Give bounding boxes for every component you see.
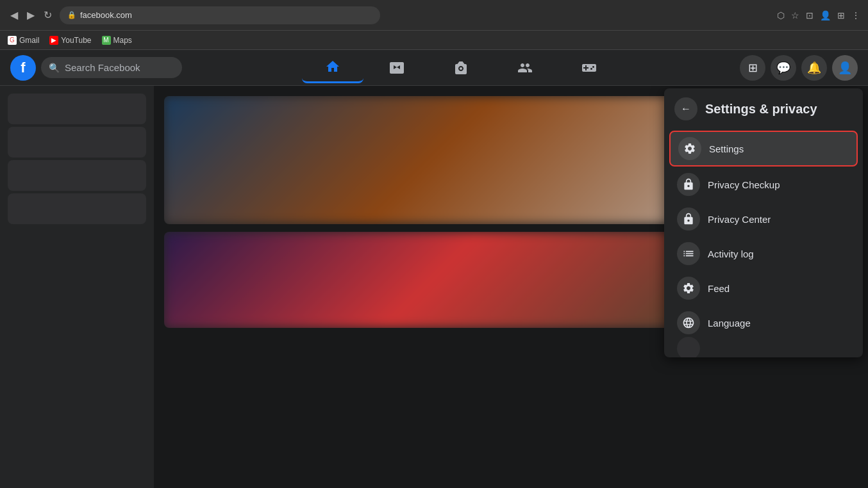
fb-search-box[interactable]: 🔍 (41, 57, 182, 78)
feed-label: Feed (708, 283, 730, 294)
browser-chrome: ◀ ▶ ↻ 🔒 facebook.com ⬡ ☆ ⊡ 👤 ⊞ ⋮ (0, 0, 868, 31)
settings-item[interactable]: Settings (669, 131, 858, 167)
nav-home[interactable] (302, 53, 363, 83)
fb-nav-center (187, 53, 735, 83)
nav-marketplace[interactable] (430, 53, 492, 83)
activity-log-item[interactable]: Activity log (669, 237, 858, 270)
bookmark-maps[interactable]: M Maps (102, 36, 132, 45)
gmail-label: Gmail (19, 36, 39, 45)
privacy-center-icon (677, 207, 700, 231)
bookmark-gmail[interactable]: G Gmail (8, 36, 39, 45)
screenshot-icon[interactable]: ⊡ (806, 10, 814, 20)
privacy-center-label: Privacy Center (708, 214, 771, 225)
gmail-icon: G (8, 36, 17, 45)
fb-logo[interactable]: f (10, 55, 36, 81)
more-icon[interactable]: ⋮ (851, 10, 860, 20)
user-avatar-btn[interactable]: 👤 (832, 55, 858, 81)
settings-label: Settings (709, 143, 744, 154)
language-icon (677, 311, 700, 334)
apps-btn[interactable]: ⊞ (740, 55, 765, 81)
notifications-btn[interactable]: 🔔 (801, 55, 827, 81)
maps-label: Maps (113, 36, 132, 45)
nav-refresh-btn[interactable]: ↻ (41, 6, 54, 24)
bookmark-youtube[interactable]: ▶ YouTube (49, 36, 91, 45)
bg-sidebar (0, 86, 154, 488)
extension-icon[interactable]: ⊞ (837, 10, 845, 20)
privacy-checkup-item[interactable]: Privacy Checkup (669, 168, 858, 201)
back-arrow-icon: ← (681, 103, 691, 115)
browser-nav-buttons: ◀ ▶ ↻ (8, 6, 54, 24)
address-bar[interactable]: 🔒 facebook.com (60, 6, 380, 24)
url-text: facebook.com (80, 10, 132, 20)
settings-icon (678, 137, 701, 160)
main-content: ← Settings & privacy Settings Privacy Ch… (0, 86, 868, 488)
lock-icon: 🔒 (67, 11, 76, 19)
privacy-checkup-icon (677, 173, 700, 196)
language-label: Language (708, 318, 751, 329)
youtube-label: YouTube (61, 36, 91, 45)
language-item[interactable]: Language (669, 306, 858, 339)
feed-icon (677, 277, 700, 300)
dropdown-title: Settings & privacy (705, 102, 817, 117)
profile-icon[interactable]: 👤 (820, 10, 831, 20)
activity-log-icon (677, 242, 700, 265)
cast-icon[interactable]: ⬡ (777, 10, 785, 20)
feed-item[interactable]: Feed (669, 272, 858, 305)
nav-gaming[interactable] (558, 53, 620, 83)
maps-icon: M (102, 36, 111, 45)
messenger-btn[interactable]: 💬 (771, 55, 796, 81)
nav-watch[interactable] (366, 53, 428, 83)
nav-back-btn[interactable]: ◀ (8, 6, 21, 24)
fb-nav-right: ⊞ 💬 🔔 👤 (740, 55, 858, 81)
dropdown-header: ← Settings & privacy (664, 88, 863, 129)
bookmarks-bar: G Gmail ▶ YouTube M Maps (0, 31, 868, 50)
fb-topbar: f 🔍 (0, 50, 868, 86)
nav-groups[interactable] (494, 53, 556, 83)
settings-privacy-dropdown: ← Settings & privacy Settings Privacy Ch… (664, 88, 863, 357)
youtube-icon: ▶ (49, 36, 58, 45)
activity-log-label: Activity log (708, 248, 754, 259)
bookmark-icon[interactable]: ☆ (791, 10, 799, 20)
search-input[interactable] (65, 62, 174, 73)
back-button[interactable]: ← (674, 97, 697, 120)
browser-actions: ⬡ ☆ ⊡ 👤 ⊞ ⋮ (777, 10, 860, 20)
privacy-center-item[interactable]: Privacy Center (669, 202, 858, 236)
privacy-checkup-label: Privacy Checkup (708, 179, 780, 190)
search-icon: 🔍 (49, 63, 60, 73)
nav-forward-btn[interactable]: ▶ (24, 6, 37, 24)
